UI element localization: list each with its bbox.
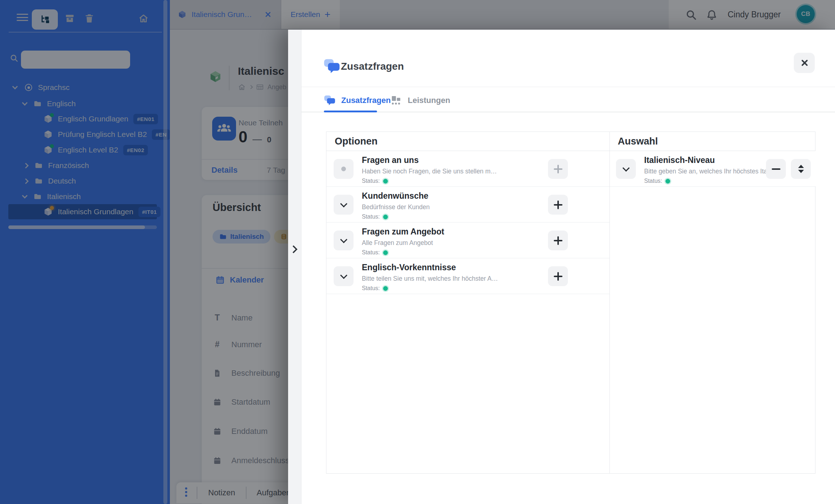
minus-icon	[772, 168, 780, 170]
modal-title: Zusatzfragen	[341, 61, 404, 72]
plus-icon	[554, 272, 562, 281]
plus-icon	[554, 201, 562, 209]
zusatzfragen-modal: Zusatzfragen Zusatzfragen Leistungen Opt…	[288, 30, 835, 504]
option-text: Englisch-Vorkenntnisse Bitte teilen Sie …	[362, 263, 498, 292]
status-label: Status:	[362, 178, 380, 184]
option-text: Fragen zum Angebot Alle Fragen zum Angeb…	[362, 227, 444, 256]
option-title: Fragen zum Angebot	[362, 227, 444, 237]
remove-selection-button[interactable]	[766, 159, 786, 179]
tab-leistungen[interactable]: Leistungen	[390, 90, 450, 111]
chevron-down-icon	[340, 236, 347, 243]
tab-label: Leistungen	[408, 96, 450, 105]
option-row-fragen-zum-angebot: Fragen zum Angebot Alle Fragen zum Angeb…	[326, 223, 609, 258]
selection-row-italienisch-niveau: Italienisch-Niveau Bitte geben Sie an, w…	[610, 151, 816, 187]
services-icon	[390, 95, 402, 106]
selection-status: Status:	[644, 178, 780, 184]
plus-icon	[554, 165, 562, 173]
tab-zusatzfragen[interactable]: Zusatzfragen	[324, 90, 391, 111]
add-option-button[interactable]	[548, 159, 568, 179]
option-subtitle: Alle Fragen zum Angebot	[362, 239, 444, 247]
selection-subtitle: Bitte geben Sie an, welches Ihr höchstes…	[644, 168, 780, 175]
status-dot	[383, 215, 388, 219]
transfer-list: Optionen Auswahl Fragen an uns Haben Sie…	[326, 132, 815, 474]
close-button[interactable]	[794, 53, 815, 73]
chevron-down-icon	[622, 164, 630, 172]
expand-button[interactable]	[334, 231, 354, 250]
status-label: Status:	[362, 249, 380, 256]
option-status: Status:	[362, 285, 498, 292]
add-option-button[interactable]	[548, 195, 568, 215]
selection-text: Italienisch-Niveau Bitte geben Sie an, w…	[644, 155, 780, 184]
app-window: Italienisch Grun… Erstellen + Cindy Brug…	[0, 0, 835, 504]
option-title: Fragen an uns	[362, 155, 497, 165]
active-tab-underline	[324, 111, 377, 112]
option-row-englisch-vorkenntnisse: Englisch-Vorkenntnisse Bitte teilen Sie …	[326, 258, 609, 294]
status-label: Status:	[362, 285, 380, 292]
plus-icon	[554, 236, 562, 245]
bullet-icon	[341, 167, 346, 171]
expand-button[interactable]	[616, 159, 636, 179]
option-status: Status:	[362, 214, 430, 220]
option-subtitle: Haben Sie noch Fragen, die Sie uns stell…	[362, 168, 497, 175]
status-dot	[383, 286, 388, 291]
expand-button[interactable]	[334, 195, 354, 215]
status-dot	[665, 179, 670, 184]
option-row-fragen-an-uns: Fragen an uns Haben Sie noch Fragen, die…	[326, 151, 609, 187]
tab-label: Zusatzfragen	[341, 96, 391, 105]
chat-bubbles-icon	[324, 95, 335, 106]
option-text: Fragen an uns Haben Sie noch Fragen, die…	[362, 155, 497, 184]
status-dot	[383, 179, 388, 184]
option-status: Status:	[362, 249, 444, 256]
chat-bubbles-icon	[324, 59, 340, 74]
tab-track	[301, 112, 835, 112]
options-column-header: Optionen	[335, 132, 377, 151]
divider	[301, 87, 835, 87]
add-option-button[interactable]	[548, 266, 568, 286]
expand-button[interactable]	[334, 266, 354, 286]
option-row-kundenwuensche: Kundenwünsche Bedürfnisse der Kunden Sta…	[326, 187, 609, 223]
option-title: Kundenwünsche	[362, 191, 430, 201]
option-text: Kundenwünsche Bedürfnisse der Kunden Sta…	[362, 191, 430, 220]
close-icon	[800, 59, 808, 67]
chevron-down-icon	[340, 200, 347, 207]
status-dot	[383, 250, 388, 255]
drawer-collapse-rail[interactable]	[288, 30, 301, 504]
add-option-button[interactable]	[548, 231, 568, 250]
chevron-right-icon[interactable]	[290, 245, 298, 254]
selection-title: Italienisch-Niveau	[644, 155, 780, 165]
sort-icon	[798, 165, 804, 173]
expand-button[interactable]	[334, 159, 354, 179]
selection-column-header: Auswahl	[618, 132, 658, 151]
reorder-button[interactable]	[791, 159, 811, 179]
option-status: Status:	[362, 178, 497, 184]
status-label: Status:	[644, 178, 662, 184]
option-title: Englisch-Vorkenntnisse	[362, 263, 498, 272]
chevron-down-icon	[340, 272, 347, 279]
status-label: Status:	[362, 214, 380, 220]
option-subtitle: Bitte teilen Sie uns mit, welches Ihr hö…	[362, 275, 498, 283]
option-subtitle: Bedürfnisse der Kunden	[362, 203, 430, 211]
